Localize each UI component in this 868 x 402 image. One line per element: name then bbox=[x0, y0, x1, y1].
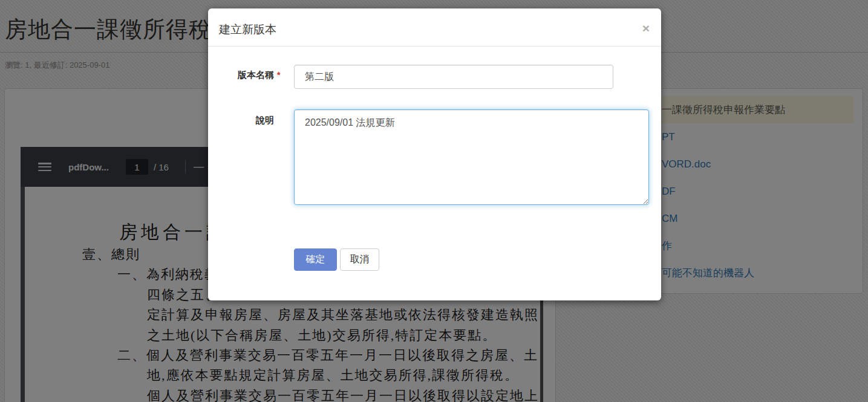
confirm-button[interactable]: 確定 bbox=[294, 248, 337, 271]
create-version-modal: 建立新版本 × 版本名稱* 說明 2025/09/01 法規更新 確定 取消 bbox=[208, 8, 661, 300]
cancel-button[interactable]: 取消 bbox=[340, 248, 379, 271]
description-textarea[interactable]: 2025/09/01 法規更新 bbox=[294, 109, 649, 205]
version-name-input[interactable] bbox=[294, 65, 613, 89]
version-name-label: 版本名稱* bbox=[208, 70, 274, 81]
required-asterisk: * bbox=[277, 70, 280, 80]
modal-title: 建立新版本 bbox=[219, 22, 276, 37]
close-icon[interactable]: × bbox=[642, 22, 650, 34]
description-label: 說明 bbox=[208, 115, 274, 126]
modal-header: 建立新版本 × bbox=[208, 8, 661, 47]
